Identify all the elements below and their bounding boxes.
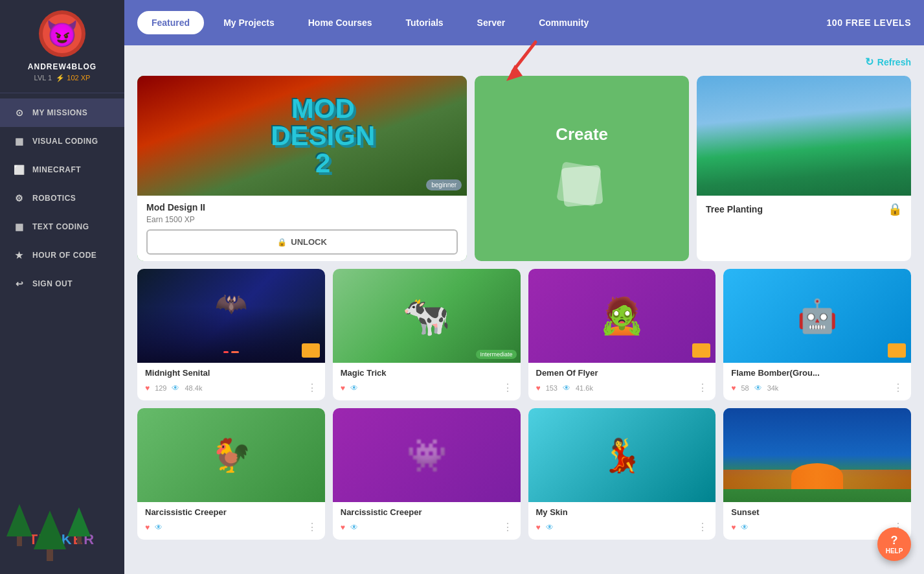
level-label: LVL 1 ⚡ 102 XP [34, 74, 91, 82]
creeper-sprite: 👾 [407, 437, 447, 474]
hour-of-code-icon: ★ [13, 249, 26, 262]
project-title-sunset: Sunset [731, 507, 903, 517]
project-card-magic[interactable]: 🐄 Intermediate Magic Trick ♥ 👁 ⋮ [333, 269, 521, 400]
unlock-button[interactable]: 🔒 UNLOCK [146, 229, 458, 255]
beginner-badge: beginner [426, 179, 462, 190]
mod-design-info: Mod Design II Earn 1500 XP 🔒 UNLOCK [137, 196, 467, 261]
tab-community[interactable]: Community [524, 11, 603, 34]
project-card-midnight[interactable]: 🦇 Midnight Senital ♥ 129 👁 48.4k ⋮ [137, 269, 325, 400]
tab-tutorials[interactable]: Tutorials [392, 11, 458, 34]
mod-design-card[interactable]: MODDESIGN2 beginner Mod Design II Earn 1… [137, 76, 467, 261]
sidebar-nav: ⊙ MY MISSIONS ▦ VISUAL CODING ⬜ MINECRAF… [0, 98, 124, 298]
sign-out-icon: ↩ [13, 277, 26, 290]
tree-title: Tree Planting [706, 204, 763, 214]
views-demen: 41.6k [576, 384, 593, 392]
tree-lock-icon: 🔒 [888, 202, 902, 216]
project-meta-myskin: ♥ 👁 ⋮ [536, 521, 708, 533]
project-card-sunset[interactable]: Sunset ♥ 👁 ⋮ [723, 408, 911, 540]
lock-icon: 🔒 [277, 238, 287, 247]
help-label: HELP [886, 547, 903, 555]
more-icon-myskin[interactable]: ⋮ [697, 521, 708, 533]
sidebar-item-label: MY MISSIONS [32, 108, 87, 117]
project-card-chicken[interactable]: 🐓 Narcissistic Creeper ♥ 👁 ⋮ [137, 408, 325, 540]
project-thumb-sunset [723, 408, 911, 502]
eye-icon: 👁 [172, 384, 179, 393]
sidebar-item-text-coding[interactable]: ▦ TEXT CODING [0, 212, 124, 241]
tab-my-projects[interactable]: My Projects [209, 11, 289, 34]
folder-icon-flame [888, 343, 906, 358]
mod-design-xp: Earn 1500 XP [146, 215, 458, 224]
sidebar-item-robotics[interactable]: ⚙ ROBOTICS [0, 184, 124, 212]
sidebar-item-visual-coding[interactable]: ▦ VISUAL CODING [0, 127, 124, 155]
nav-tabs: Featured My Projects Home Courses Tutori… [137, 11, 603, 34]
header-right: 100 FREE LEVELS [827, 17, 911, 28]
content-area: ↻ Refresh MODDESIGN2 beginner Mod Design… [124, 45, 924, 574]
project-title-creeper: Narcissistic Creeper [341, 507, 513, 517]
project-info-myskin: My Skin ♥ 👁 ⋮ [528, 502, 716, 540]
heart-icon-creeper: ♥ [341, 523, 345, 532]
refresh-bar: ↻ Refresh [137, 56, 911, 68]
username-label: ANDREW4BLOG [28, 62, 96, 71]
project-info-flame: Flame Bomber(Grou... ♥ 58 👁 34k ⋮ [723, 363, 911, 400]
sidebar-item-sign-out[interactable]: ↩ SIGN OUT [0, 270, 124, 298]
sidebar-divider [0, 93, 124, 93]
featured-top-row: MODDESIGN2 beginner Mod Design II Earn 1… [137, 76, 911, 261]
refresh-button[interactable]: ↻ Refresh [865, 56, 911, 68]
sidebar-item-label: SIGN OUT [32, 279, 73, 288]
more-icon-flame[interactable]: ⋮ [893, 382, 903, 394]
views-midnight: 48.4k [185, 384, 202, 392]
tab-home-courses[interactable]: Home Courses [294, 11, 387, 34]
project-title-chicken: Narcissistic Creeper [145, 507, 317, 517]
project-info-midnight: Midnight Senital ♥ 129 👁 48.4k ⋮ [137, 363, 325, 400]
intermediate-badge: Intermediate [476, 350, 516, 359]
sidebar-item-my-missions[interactable]: ⊙ MY MISSIONS [0, 98, 124, 127]
project-info-chicken: Narcissistic Creeper ♥ 👁 ⋮ [137, 502, 325, 540]
heart-icon-flame: ♥ [731, 384, 736, 393]
sidebar-item-minecraft[interactable]: ⬜ MINECRAFT [0, 155, 124, 184]
tab-featured[interactable]: Featured [137, 11, 204, 34]
project-card-demen[interactable]: 🧟 Demen Of Flyer ♥ 153 👁 41.6k ⋮ [528, 269, 716, 400]
more-icon[interactable]: ⋮ [307, 382, 317, 394]
likes-flame: 58 [741, 384, 749, 392]
project-info-magic: Magic Trick ♥ 👁 ⋮ [333, 363, 521, 400]
minecraft-icon: ⬜ [13, 163, 26, 176]
heart-icon-magic: ♥ [341, 384, 345, 393]
project-info-creeper: Narcissistic Creeper ♥ 👁 ⋮ [333, 502, 521, 540]
projects-grid-middle: 🦇 Midnight Senital ♥ 129 👁 48.4k ⋮ [137, 269, 911, 400]
views-flame: 34k [767, 384, 779, 392]
project-meta-demen: ♥ 153 👁 41.6k ⋮ [536, 382, 708, 394]
project-card-flame[interactable]: 🤖 Flame Bomber(Grou... ♥ 58 👁 34k ⋮ [723, 269, 911, 400]
more-icon-creeper[interactable]: ⋮ [502, 521, 513, 533]
help-button[interactable]: ? HELP [877, 527, 911, 561]
projects-grid-bottom: 🐓 Narcissistic Creeper ♥ 👁 ⋮ 👾 Na [137, 408, 911, 540]
project-thumb-creeper: 👾 [333, 408, 521, 502]
project-info-demen: Demen Of Flyer ♥ 153 👁 41.6k ⋮ [528, 363, 716, 400]
eye-icon-magic: 👁 [350, 384, 358, 393]
more-icon-chicken[interactable]: ⋮ [307, 521, 317, 533]
mod-design-title: Mod Design II [146, 202, 458, 212]
project-meta-flame: ♥ 58 👁 34k ⋮ [731, 382, 903, 394]
project-meta-midnight: ♥ 129 👁 48.4k ⋮ [145, 382, 317, 394]
tree-planting-card[interactable]: Tree Planting 🔒 [697, 76, 911, 261]
eye-icon-sunset: 👁 [741, 523, 749, 532]
folder-icon-demen [692, 343, 710, 358]
create-card[interactable]: Create [475, 76, 689, 261]
likes-demen: 153 [546, 384, 558, 392]
more-icon-demen[interactable]: ⋮ [697, 382, 708, 394]
project-meta-sunset: ♥ 👁 ⋮ [731, 521, 903, 533]
heart-icon: ♥ [145, 384, 150, 393]
project-meta-creeper: ♥ 👁 ⋮ [341, 521, 513, 533]
sidebar: ANDREW4BLOG LVL 1 ⚡ 102 XP ⊙ MY MISSIONS… [0, 0, 124, 574]
create-label: Create [556, 124, 608, 144]
sidebar-item-hour-of-code[interactable]: ★ HOUR OF CODE [0, 241, 124, 270]
demen-sprite: 🧟 [600, 295, 644, 337]
header: Featured My Projects Home Courses Tutori… [124, 0, 924, 45]
avatar [39, 10, 85, 57]
project-title-flame: Flame Bomber(Grou... [731, 368, 903, 378]
tab-server[interactable]: Server [463, 11, 520, 34]
project-meta-chicken: ♥ 👁 ⋮ [145, 521, 317, 533]
project-card-creeper[interactable]: 👾 Narcissistic Creeper ♥ 👁 ⋮ [333, 408, 521, 540]
project-card-myskin[interactable]: 💃 My Skin ♥ 👁 ⋮ [528, 408, 716, 540]
flame-sprite: 🤖 [797, 297, 837, 335]
more-icon-magic[interactable]: ⋮ [502, 382, 513, 394]
